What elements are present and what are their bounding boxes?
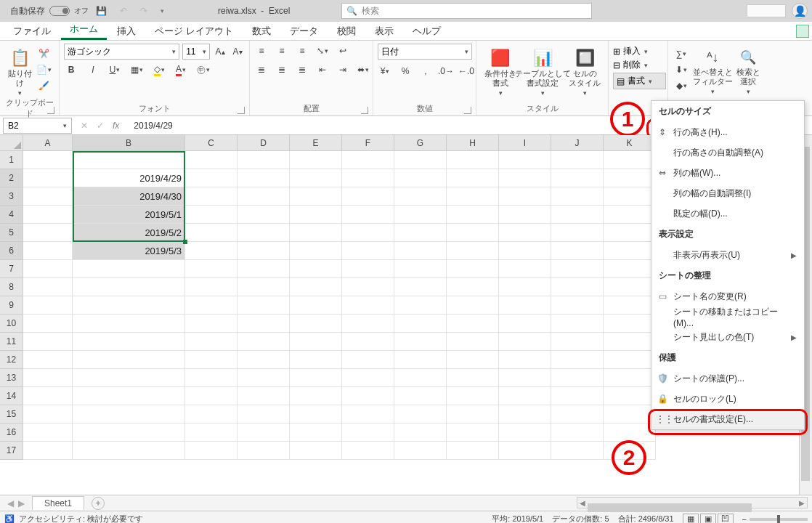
autosave-toggle[interactable]: 自動保存 オフ <box>10 5 89 17</box>
cell[interactable] <box>342 351 394 369</box>
cell[interactable] <box>237 224 290 242</box>
cell[interactable] <box>394 405 447 423</box>
col-header[interactable]: G <box>394 135 447 151</box>
format-as-table-button[interactable]: 📊 テーブルとして 書式設定▾ <box>519 44 566 102</box>
cell[interactable] <box>499 296 551 315</box>
cell[interactable] <box>237 387 290 405</box>
cell[interactable] <box>394 169 447 187</box>
menu-lock-cell[interactable]: 🔒セルのロック(L) <box>651 389 804 409</box>
fill-color-button[interactable]: ◇▾ <box>152 62 166 77</box>
normal-view-icon[interactable]: ▦ <box>683 514 699 524</box>
cell[interactable] <box>290 242 342 260</box>
row-header[interactable]: 1 <box>0 151 23 169</box>
cell[interactable] <box>185 151 237 169</box>
fill-handle[interactable] <box>183 240 187 244</box>
menu-default-width[interactable]: 既定の幅(D)... <box>651 203 804 224</box>
cell[interactable] <box>447 442 499 460</box>
cell[interactable] <box>23 260 73 278</box>
decrease-font-icon[interactable]: A▾ <box>230 44 245 59</box>
currency-icon[interactable]: ¥▾ <box>378 64 392 78</box>
cell[interactable] <box>185 333 237 351</box>
underline-button[interactable]: U▾ <box>107 62 122 77</box>
cell[interactable] <box>237 405 290 423</box>
cell[interactable] <box>342 224 394 242</box>
cell[interactable] <box>290 315 342 333</box>
tab-page-layout[interactable]: ページ レイアウト <box>146 22 242 40</box>
cell[interactable] <box>499 423 551 442</box>
cell[interactable] <box>290 151 342 169</box>
enter-formula-icon[interactable]: ✓ <box>97 121 104 131</box>
font-size-select[interactable]: 11▾ <box>182 44 210 60</box>
align-middle-icon[interactable]: ≡ <box>275 44 289 58</box>
cell[interactable] <box>551 278 604 296</box>
align-launcher[interactable] <box>361 107 368 114</box>
cell[interactable] <box>394 442 447 460</box>
cell[interactable] <box>185 423 237 442</box>
horizontal-scrollbar[interactable]: ◀ ▶ <box>577 497 808 508</box>
cell[interactable] <box>394 278 447 296</box>
cell[interactable]: 2019/4/29 <box>73 169 185 187</box>
cell[interactable] <box>394 351 447 369</box>
cell[interactable] <box>290 296 342 315</box>
cell[interactable] <box>604 315 656 333</box>
delete-cells-button[interactable]: ⊟削除▾ <box>613 59 666 71</box>
align-top-icon[interactable]: ≡ <box>254 44 269 58</box>
cell[interactable] <box>447 187 499 206</box>
cell[interactable] <box>447 242 499 260</box>
align-center-icon[interactable]: ≣ <box>275 62 289 77</box>
cell[interactable] <box>290 442 342 460</box>
menu-autofit-col[interactable]: 列の幅の自動調整(I) <box>651 183 804 203</box>
autosave-switch[interactable] <box>49 6 70 16</box>
cell[interactable] <box>604 369 656 387</box>
cell[interactable] <box>342 206 394 224</box>
cell[interactable] <box>604 206 656 224</box>
cell[interactable] <box>394 423 447 442</box>
cell[interactable] <box>290 405 342 423</box>
cancel-formula-icon[interactable]: ✕ <box>81 121 88 131</box>
cell[interactable] <box>342 442 394 460</box>
cell[interactable] <box>73 387 185 405</box>
fill-icon[interactable]: ⬇▾ <box>674 62 689 77</box>
cell[interactable] <box>23 405 73 423</box>
cell[interactable] <box>342 387 394 405</box>
cell[interactable] <box>237 315 290 333</box>
cell[interactable] <box>342 296 394 315</box>
cell[interactable] <box>447 423 499 442</box>
sheet-tab-sheet1[interactable]: Sheet1 <box>32 496 84 510</box>
name-box[interactable]: B2▾ <box>3 118 72 134</box>
align-right-icon[interactable]: ≣ <box>295 62 309 77</box>
cell[interactable] <box>342 278 394 296</box>
cell[interactable] <box>290 260 342 278</box>
cell[interactable] <box>73 369 185 387</box>
row-header[interactable]: 6 <box>0 242 23 260</box>
font-color-button[interactable]: A▾ <box>174 62 188 77</box>
undo-icon[interactable]: ↶ <box>120 6 127 16</box>
cell[interactable] <box>394 296 447 315</box>
col-header[interactable]: B <box>73 135 185 151</box>
cell[interactable] <box>23 296 73 315</box>
cell[interactable] <box>185 351 237 369</box>
select-all-corner[interactable] <box>0 135 23 151</box>
number-launcher[interactable] <box>464 107 471 114</box>
ruby-button[interactable]: ㊥▾ <box>195 62 211 77</box>
col-header[interactable]: A <box>23 135 73 151</box>
cell[interactable] <box>604 242 656 260</box>
cell[interactable] <box>290 206 342 224</box>
cell[interactable] <box>290 169 342 187</box>
format-painter-icon[interactable]: 🖌️ <box>35 78 53 93</box>
cell[interactable] <box>499 224 551 242</box>
menu-format-cells[interactable]: ⋮⋮セルの書式設定(E)... <box>651 409 804 429</box>
cell[interactable] <box>237 333 290 351</box>
cell[interactable] <box>23 242 73 260</box>
cell[interactable] <box>290 333 342 351</box>
menu-rename-sheet[interactable]: ▭シート名の変更(R) <box>651 286 804 307</box>
cell[interactable] <box>499 351 551 369</box>
autosum-icon[interactable]: ∑▾ <box>674 46 689 61</box>
cell[interactable] <box>604 296 656 315</box>
cell[interactable] <box>394 315 447 333</box>
row-header[interactable]: 15 <box>0 405 23 423</box>
cell[interactable] <box>342 260 394 278</box>
row-header[interactable]: 2 <box>0 169 23 187</box>
row-header[interactable]: 3 <box>0 187 23 206</box>
cell[interactable] <box>290 387 342 405</box>
